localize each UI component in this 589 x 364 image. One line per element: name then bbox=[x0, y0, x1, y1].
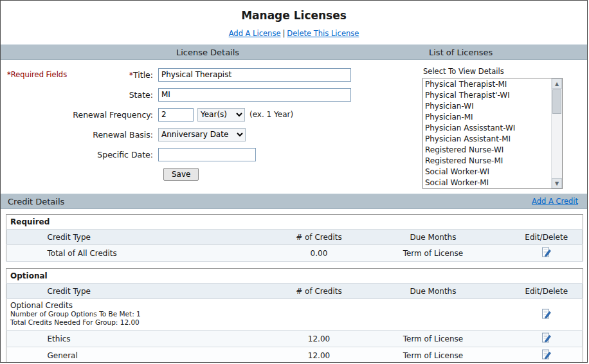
license-list-item[interactable]: Physical Therapist'-WI bbox=[425, 90, 562, 101]
license-list-item[interactable]: Physical Therapist-MI bbox=[425, 79, 562, 90]
table-row: General 12.00 Term of License bbox=[6, 347, 583, 363]
required-fields-note: *Required Fields bbox=[7, 70, 67, 79]
required-credits-table: Required Credit Type # of Credits Due Mo… bbox=[6, 214, 583, 262]
manage-licenses-page: Manage Licenses Add A License|Delete Thi… bbox=[0, 0, 588, 363]
credit-details-header: Credit Details bbox=[8, 197, 64, 206]
license-list-item[interactable]: Physician Assisstant-WI bbox=[425, 123, 562, 134]
list-of-licenses-header: List of Licenses bbox=[415, 48, 587, 57]
due-months-cell: Term of License bbox=[356, 245, 510, 262]
save-row: Save bbox=[6, 167, 415, 181]
optional-column-header-row: Credit Type # of Credits Due Months Edit… bbox=[6, 284, 583, 299]
num-credits-header: # of Credits bbox=[282, 230, 356, 245]
list-of-licenses-panel: Select To View Details Physical Therapis… bbox=[415, 65, 587, 189]
license-list-item[interactable]: Registered Nurse-WI bbox=[425, 145, 562, 156]
credit-type-header: Credit Type bbox=[45, 284, 282, 299]
required-section-title: Required bbox=[6, 215, 583, 230]
license-list-item[interactable]: Physician-MI bbox=[425, 112, 562, 123]
optional-section-title-row: Optional bbox=[6, 269, 583, 284]
title-label-text: Title: bbox=[133, 70, 153, 80]
renewal-frequency-hint: (ex. 1 Year) bbox=[249, 110, 293, 119]
specific-date-input[interactable] bbox=[158, 148, 256, 161]
credit-type-cell: Ethics bbox=[45, 331, 282, 347]
table-row: Ethics 12.00 Term of License bbox=[6, 331, 583, 347]
edit-delete-header: Edit/Delete bbox=[510, 284, 583, 299]
optional-group-name: Optional Credits bbox=[10, 301, 506, 310]
link-separator: | bbox=[280, 29, 287, 38]
due-months-header: Due Months bbox=[356, 284, 510, 299]
credit-type-cell: Total of All Credits bbox=[45, 245, 282, 262]
required-section-title-row: Required bbox=[6, 215, 583, 230]
edit-delete-cell bbox=[510, 245, 583, 262]
credit-type-header: Credit Type bbox=[45, 230, 282, 245]
edit-icon[interactable] bbox=[541, 247, 552, 258]
spacer-cell bbox=[6, 347, 45, 363]
scroll-down-icon[interactable]: ▼ bbox=[552, 178, 562, 188]
due-months-cell: Term of License bbox=[356, 347, 510, 363]
renewal-basis-row: Renewal Basis: Anniversary Date bbox=[6, 127, 415, 141]
edit-icon[interactable] bbox=[541, 309, 552, 320]
specific-date-row: Specific Date: bbox=[6, 147, 415, 161]
save-button[interactable]: Save bbox=[163, 168, 199, 181]
state-input[interactable] bbox=[158, 88, 351, 102]
renewal-frequency-unit-select[interactable]: Year(s) bbox=[197, 108, 245, 122]
num-credits-cell: 12.00 bbox=[282, 331, 356, 347]
license-details-header: License Details bbox=[1, 48, 415, 57]
table-row: Total of All Credits 0.00 Term of Licens… bbox=[6, 245, 583, 262]
license-list-item[interactable]: Social Worker-WI bbox=[425, 167, 562, 177]
state-row: State: bbox=[6, 87, 415, 102]
spacer-cell bbox=[6, 331, 45, 347]
listbox-scrollbar[interactable]: ▲ ▼ bbox=[551, 78, 562, 188]
page-title: Manage Licenses bbox=[1, 1, 587, 22]
license-list-item[interactable]: Physician-WI bbox=[425, 101, 562, 112]
title-input[interactable] bbox=[158, 68, 351, 82]
optional-group-line3: Total Credits Needed For Group: 12.00 bbox=[10, 318, 506, 327]
renewal-basis-label: Renewal Basis: bbox=[6, 130, 158, 140]
optional-group-info: Optional Credits Number of Group Options… bbox=[6, 299, 511, 331]
delete-license-link[interactable]: Delete This License bbox=[287, 29, 359, 38]
state-label: State: bbox=[6, 90, 158, 100]
optional-credits-table: Optional Credit Type # of Credits Due Mo… bbox=[6, 268, 583, 363]
edit-delete-header: Edit/Delete bbox=[510, 230, 583, 245]
license-list-item[interactable]: Physician Assistant-MI bbox=[425, 134, 562, 145]
credit-details-bar: Credit Details Add A Credit bbox=[1, 194, 587, 209]
optional-section-title: Optional bbox=[6, 269, 583, 284]
add-credit-link[interactable]: Add A Credit bbox=[532, 197, 578, 206]
edit-delete-cell bbox=[510, 299, 583, 331]
spacer-cell bbox=[6, 284, 45, 299]
select-to-view-hint: Select To View Details bbox=[423, 67, 587, 76]
license-list-item[interactable]: Social Worker-MI bbox=[425, 177, 562, 188]
license-details-form: *Required Fields *Title: State: Renewal … bbox=[6, 65, 415, 189]
num-credits-cell: 12.00 bbox=[282, 347, 356, 363]
section-header-bar: License Details List of Licenses bbox=[1, 44, 587, 60]
renewal-frequency-input[interactable] bbox=[158, 108, 194, 122]
due-months-header: Due Months bbox=[356, 230, 510, 245]
renewal-frequency-row: Renewal Frequency: Year(s) (ex. 1 Year) bbox=[6, 107, 415, 122]
num-credits-header: # of Credits bbox=[282, 284, 356, 299]
edit-delete-cell bbox=[510, 331, 583, 347]
required-column-header-row: Credit Type # of Credits Due Months Edit… bbox=[6, 230, 583, 245]
specific-date-label: Specific Date: bbox=[6, 150, 158, 159]
edit-icon[interactable] bbox=[541, 349, 552, 360]
title-row: *Title: bbox=[6, 68, 415, 82]
optional-group-row: Optional Credits Number of Group Options… bbox=[6, 299, 583, 331]
license-details-content: *Required Fields *Title: State: Renewal … bbox=[1, 60, 587, 189]
num-credits-cell: 0.00 bbox=[282, 245, 356, 262]
license-list: Physical Therapist-MI Physical Therapist… bbox=[423, 78, 562, 188]
add-license-link[interactable]: Add A License bbox=[229, 29, 281, 38]
optional-group-line2: Number of Group Options To Be Met: 1 bbox=[10, 310, 506, 318]
due-months-cell: Term of License bbox=[356, 331, 510, 347]
license-list-item[interactable]: Registered Nurse-MI bbox=[425, 156, 562, 167]
credit-type-cell: General bbox=[45, 347, 282, 363]
edit-delete-cell bbox=[510, 347, 583, 363]
scroll-up-icon[interactable]: ▲ bbox=[552, 78, 562, 89]
top-links: Add A License|Delete This License bbox=[1, 22, 587, 42]
license-listbox[interactable]: Physical Therapist-MI Physical Therapist… bbox=[422, 78, 563, 189]
renewal-frequency-label: Renewal Frequency: bbox=[6, 110, 158, 120]
edit-icon[interactable] bbox=[541, 332, 552, 343]
spacer-cell bbox=[6, 230, 45, 245]
spacer-cell bbox=[6, 245, 45, 262]
scroll-thumb[interactable] bbox=[552, 89, 561, 114]
renewal-basis-select[interactable]: Anniversary Date bbox=[158, 128, 246, 141]
